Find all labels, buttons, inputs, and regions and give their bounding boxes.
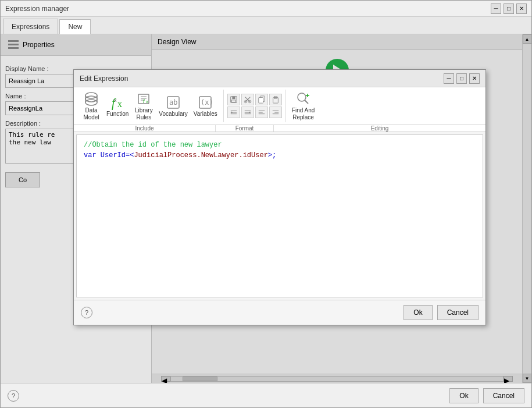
content-area: Properties Display Name : Name : Descrip… <box>1 34 531 383</box>
code-line-2: var UserId=<JudicialProcess.NewLawyer.id… <box>84 150 476 161</box>
svg-text:x: x <box>146 99 148 104</box>
svg-text:x: x <box>114 97 117 103</box>
toolbar-variables[interactable]: (x) Variables <box>191 93 220 119</box>
window-title: Expression manager <box>5 5 69 13</box>
main-window: Expression manager ─ □ ✕ Expressions New… <box>0 0 532 408</box>
svg-point-6 <box>85 100 97 105</box>
modal-cancel-button[interactable]: Cancel <box>437 305 479 320</box>
indent-right-btn[interactable] <box>241 107 254 118</box>
toolbar-vocabulary[interactable]: ab Vocabulary <box>156 93 190 119</box>
toolbar-format-group <box>224 90 286 122</box>
code-editor[interactable]: //Obtain the id of the new lawyer var Us… <box>76 134 483 297</box>
format-row-1 <box>227 94 282 105</box>
toolbar-function[interactable]: f x x Function <box>104 93 131 119</box>
cancel-button[interactable]: Cancel <box>483 388 524 403</box>
data-model-label: DataModel <box>83 107 99 121</box>
edit-expression-dialog: Edit Expression ─ □ ✕ <box>73 69 486 325</box>
help-button[interactable]: ? <box>8 390 19 402</box>
toolbar: DataModel f x x Function <box>74 87 485 125</box>
function-icon: f x x <box>108 94 127 111</box>
svg-text:(x): (x) <box>201 98 213 107</box>
tab-new[interactable]: New <box>59 19 91 34</box>
format-label: Format <box>216 125 274 132</box>
vocabulary-label: Vocabulary <box>159 111 187 118</box>
align-left-btn[interactable] <box>255 107 268 118</box>
toolbar-find-replace[interactable]: Find AndReplace <box>290 90 317 122</box>
modal-minimize-button[interactable]: ─ <box>444 73 454 84</box>
variables-icon: (x) <box>196 94 215 111</box>
modal-help-button[interactable]: ? <box>81 307 92 318</box>
toolbar-editing-group: Find AndReplace <box>286 90 320 122</box>
svg-line-47 <box>305 100 308 104</box>
vocabulary-icon: ab <box>164 94 183 111</box>
save-btn[interactable] <box>227 94 240 105</box>
svg-rect-29 <box>259 98 263 104</box>
align-right-btn[interactable] <box>269 107 282 118</box>
bottom-action-buttons: Ok Cancel <box>449 388 524 403</box>
modal-bottom-bar: ? Ok Cancel <box>74 300 485 325</box>
toolbar-labels-row: Include Format Editing <box>74 125 485 132</box>
svg-rect-22 <box>232 97 235 99</box>
minimize-button[interactable]: ─ <box>491 3 501 14</box>
find-replace-label: Find AndReplace <box>292 107 315 121</box>
modal-title-bar: Edit Expression ─ □ ✕ <box>74 70 485 87</box>
indent-left-btn[interactable] <box>227 107 240 118</box>
svg-rect-23 <box>231 100 235 102</box>
modal-action-buttons: Ok Cancel <box>404 305 479 320</box>
svg-point-3 <box>85 93 97 98</box>
include-label: Include <box>74 125 216 132</box>
title-bar-controls: ─ □ ✕ <box>491 3 527 14</box>
data-model-icon <box>82 91 101 107</box>
code-line-1: //Obtain the id of the new lawyer <box>84 140 476 150</box>
library-icon: f x <box>134 91 153 107</box>
toolbar-data-model[interactable]: DataModel <box>80 90 103 122</box>
svg-point-46 <box>298 93 306 101</box>
bottom-bar: ? Ok Cancel <box>1 383 531 407</box>
cut-btn[interactable] <box>241 94 254 105</box>
svg-text:x: x <box>117 99 122 109</box>
toolbar-include-group: DataModel f x x Function <box>76 90 224 122</box>
modal-ok-button[interactable]: Ok <box>404 305 432 320</box>
svg-marker-35 <box>231 111 233 113</box>
svg-point-7 <box>85 96 97 102</box>
modal-title: Edit Expression <box>80 74 128 83</box>
function-label: Function <box>106 111 128 118</box>
ok-button[interactable]: Ok <box>449 388 478 403</box>
svg-marker-39 <box>249 111 251 113</box>
tab-expressions[interactable]: Expressions <box>3 19 58 34</box>
format-row-2 <box>227 107 282 118</box>
copy-btn[interactable] <box>255 94 268 105</box>
modal-controls: ─ □ ✕ <box>444 73 480 84</box>
variables-label: Variables <box>194 111 217 118</box>
svg-text:ab: ab <box>169 98 177 107</box>
modal-close-button[interactable]: ✕ <box>469 73 480 84</box>
modal-maximize-button[interactable]: □ <box>456 73 467 84</box>
toolbar-library-rules[interactable]: f x LibraryRules <box>132 90 155 122</box>
modal-overlay: Edit Expression ─ □ ✕ <box>1 34 531 383</box>
editing-label: Editing <box>274 125 485 132</box>
find-replace-icon <box>294 91 313 107</box>
title-bar: Expression manager ─ □ ✕ <box>1 1 531 17</box>
tab-bar: Expressions New <box>1 17 531 34</box>
library-rules-label: LibraryRules <box>135 107 153 121</box>
maximize-button[interactable]: □ <box>504 3 514 14</box>
paste-btn[interactable] <box>269 94 282 105</box>
close-button[interactable]: ✕ <box>516 3 527 14</box>
